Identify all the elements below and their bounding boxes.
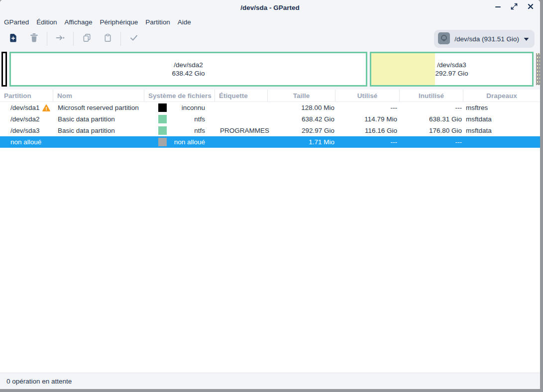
resize-move-arrow-icon	[55, 33, 65, 45]
filesystem-color-swatch	[158, 138, 167, 146]
disk-segment-unallocated[interactable]	[536, 53, 540, 85]
table-row-sda3[interactable]: /dev/sda3 Basic data partition ntfs PROG…	[0, 125, 540, 136]
partition-path: /dev/sda1	[10, 104, 40, 111]
unused-cell: 638.31 Gio	[400, 115, 463, 123]
apply-check-icon	[129, 33, 139, 45]
filesystem-type: ntfs	[167, 115, 215, 123]
disk-segment-sda2-label: /dev/sda2 638.42 Gio	[11, 53, 366, 85]
table-row-sda1[interactable]: /dev/sda1 Microsoft reserved partition i…	[0, 102, 540, 113]
device-selector-label: /dev/sda (931.51 Gio)	[454, 35, 519, 43]
column-header-taille: Taille	[268, 90, 335, 101]
partition-table: Partition Nom Système de fichiers Étique…	[0, 90, 540, 373]
disk-segment-sda3-label: /dev/sda3 292.97 Gio	[371, 53, 532, 85]
close-icon	[527, 3, 534, 12]
column-header-etiquette: Étiquette	[215, 90, 268, 101]
filesystem-type: ntfs	[167, 127, 215, 134]
used-cell: ---	[335, 138, 400, 146]
gparted-window: /dev/sda - GParted GParted Édition Affi	[0, 0, 540, 389]
filesystem-color-swatch	[158, 126, 167, 135]
size-cell: 1.71 Mio	[268, 138, 335, 146]
partition-size: 292.97 Gio	[435, 69, 468, 78]
table-row-sda2[interactable]: /dev/sda2 Basic data partition ntfs 638.…	[0, 113, 540, 125]
menu-peripherique[interactable]: Périphérique	[100, 17, 138, 27]
filesystem-type: non alloué	[167, 138, 215, 146]
flags-cell: msftdata	[463, 115, 540, 123]
menu-partition[interactable]: Partition	[145, 17, 170, 27]
column-header-utilise: Utilisé	[335, 90, 400, 101]
delete-partition-button	[23, 30, 44, 47]
size-cell: 638.42 Gio	[268, 115, 335, 123]
toolbar-separator	[47, 32, 47, 46]
flags-cell: msftres	[463, 104, 540, 111]
menubar: GParted Édition Affichage Périphérique P…	[0, 15, 540, 29]
column-header-nom: Nom	[53, 90, 144, 101]
column-header-drapeaux: Drapeaux	[463, 90, 540, 101]
partition-name: /dev/sda2	[174, 61, 203, 69]
partition-path: non alloué	[10, 138, 41, 146]
minimize-button[interactable]	[491, 1, 504, 13]
used-cell: 116.16 Gio	[335, 127, 400, 134]
titlebar: /dev/sda - GParted	[0, 0, 540, 15]
unused-cell: ---	[400, 104, 463, 111]
device-selector[interactable]: /dev/sda (931.51 Gio)	[434, 30, 535, 48]
table-header: Partition Nom Système de fichiers Étique…	[0, 90, 540, 102]
menu-affichage[interactable]: Affichage	[65, 17, 93, 27]
maximize-expand-icon	[510, 2, 518, 12]
unused-cell: ---	[400, 138, 463, 146]
apply-operations-button	[123, 30, 144, 47]
partition-name-cell: Basic data partition	[53, 115, 144, 123]
harddisk-icon	[438, 32, 450, 46]
window-controls	[491, 0, 537, 15]
partition-name-cell: Microsoft reserved partition	[53, 104, 144, 111]
close-button[interactable]	[524, 1, 537, 13]
partition-path: /dev/sda2	[10, 115, 40, 123]
column-header-inutilise: Inutilisé	[400, 90, 463, 101]
new-partition-icon	[8, 33, 18, 45]
maximize-button[interactable]	[508, 1, 521, 13]
toolbar: /dev/sda (931.51 Gio)	[0, 29, 540, 49]
statusbar: 0 opération en attente	[0, 373, 540, 389]
toolbar-separator	[120, 32, 121, 46]
unused-cell: 176.80 Gio	[400, 127, 463, 134]
size-cell: 128.00 Mio	[268, 104, 335, 111]
window-title: /dev/sda - GParted	[240, 4, 300, 11]
partition-name: /dev/sda3	[437, 61, 466, 69]
trash-icon	[29, 33, 39, 45]
partition-size: 638.42 Gio	[172, 69, 205, 78]
column-header-partition: Partition	[0, 90, 53, 101]
paste-clipboard-icon	[103, 33, 112, 45]
disk-segment-sda3[interactable]: /dev/sda3 292.97 Gio	[370, 52, 534, 87]
minimize-icon	[494, 3, 502, 12]
menu-aide[interactable]: Aide	[178, 17, 191, 27]
chevron-down-icon	[524, 35, 529, 43]
used-cell: 114.79 Mio	[335, 115, 400, 123]
table-row-unallocated[interactable]: non alloué non alloué 1.71 Mio --- ---	[0, 136, 540, 148]
warning-icon	[42, 104, 50, 112]
filesystem-type: inconnu	[167, 104, 215, 111]
disk-visual-bar: /dev/sda2 638.42 Gio /dev/sda3 292.97 Gi…	[0, 49, 540, 90]
copy-icon	[82, 33, 92, 45]
partition-name-cell: Basic data partition	[53, 127, 144, 134]
menu-gparted[interactable]: GParted	[4, 17, 29, 27]
disk-segment-sda1[interactable]	[1, 52, 7, 87]
partition-path: /dev/sda3	[10, 127, 40, 134]
pending-operations-text: 0 opération en attente	[6, 378, 72, 385]
filesystem-color-swatch	[158, 103, 167, 112]
resize-move-button	[50, 30, 71, 47]
copy-partition-button	[76, 30, 97, 47]
used-cell: ---	[335, 104, 400, 111]
toolbar-separator	[73, 32, 74, 46]
new-partition-button[interactable]	[2, 30, 23, 47]
column-header-systeme-de-fichiers: Système de fichiers	[144, 90, 215, 101]
label-cell: PROGRAMMES	[215, 127, 268, 134]
paste-partition-button	[97, 30, 118, 47]
flags-cell: msftdata	[463, 127, 540, 134]
size-cell: 292.97 Gio	[268, 127, 335, 134]
menu-edition[interactable]: Édition	[36, 17, 57, 27]
disk-segment-sda2[interactable]: /dev/sda2 638.42 Gio	[9, 52, 367, 87]
filesystem-color-swatch	[158, 115, 167, 123]
